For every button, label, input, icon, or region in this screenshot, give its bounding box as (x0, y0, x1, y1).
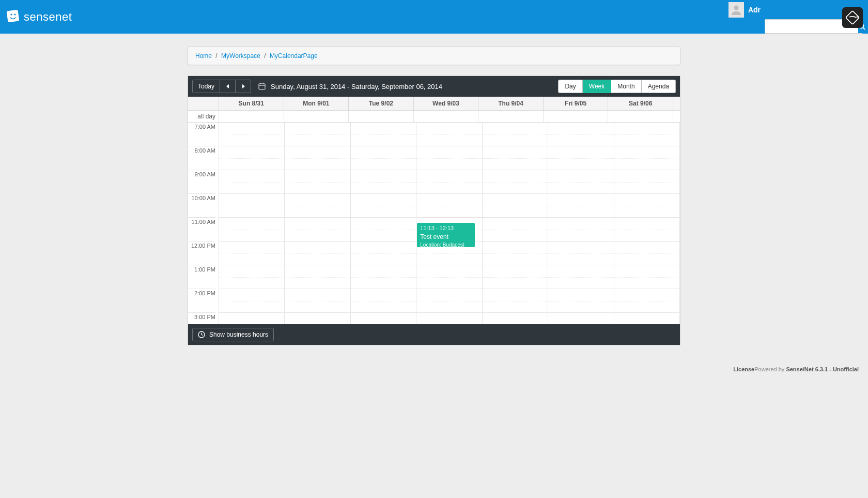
time-cell[interactable] (219, 242, 284, 265)
time-cell[interactable] (483, 170, 548, 194)
time-cell[interactable] (548, 265, 613, 289)
time-cell[interactable] (285, 242, 350, 265)
time-cell[interactable] (351, 194, 416, 218)
calendar-event[interactable]: 11:13 - 12:13Test eventLocation: Budapes… (417, 223, 474, 247)
time-cell[interactable] (416, 194, 482, 218)
avatar[interactable] (729, 2, 744, 18)
breadcrumb-workspace[interactable]: MyWorkspace (221, 52, 260, 59)
corner-badge-icon[interactable] (842, 7, 863, 28)
time-cell[interactable] (614, 242, 679, 265)
day-header[interactable]: Thu 9/04 (478, 97, 544, 110)
time-cell[interactable] (416, 313, 482, 324)
time-cell[interactable] (614, 289, 679, 313)
time-cell[interactable] (614, 265, 679, 289)
time-cell[interactable] (548, 218, 613, 242)
time-cell[interactable] (548, 289, 613, 313)
time-cell[interactable] (219, 123, 284, 146)
breadcrumb-home[interactable]: Home (195, 52, 212, 59)
time-cell[interactable] (351, 170, 416, 194)
day-column[interactable] (285, 123, 350, 324)
time-cell[interactable] (483, 313, 548, 324)
day-header[interactable]: Mon 9/01 (284, 97, 349, 110)
time-cell[interactable] (548, 313, 613, 324)
time-cell[interactable] (219, 194, 284, 218)
time-cell[interactable] (483, 242, 548, 265)
time-cell[interactable] (483, 265, 548, 289)
time-cell[interactable] (351, 146, 416, 170)
day-column[interactable] (351, 123, 416, 324)
time-cell[interactable] (416, 123, 482, 146)
time-cell[interactable] (285, 123, 350, 146)
username-label[interactable]: Adr (748, 6, 761, 14)
time-cell[interactable] (416, 289, 482, 313)
time-cell[interactable] (483, 218, 548, 242)
time-cell[interactable] (548, 194, 613, 218)
time-cell[interactable] (614, 170, 679, 194)
time-cell[interactable] (483, 289, 548, 313)
time-cell[interactable] (219, 146, 284, 170)
time-cell[interactable] (483, 146, 548, 170)
time-cell[interactable] (285, 218, 350, 242)
day-header[interactable]: Sat 9/06 (608, 97, 673, 110)
time-cell[interactable] (548, 242, 613, 265)
time-cell[interactable] (219, 170, 284, 194)
brand-logo[interactable]: sensenet (5, 9, 72, 25)
time-cell[interactable] (548, 146, 613, 170)
time-cell[interactable] (351, 242, 416, 265)
time-cell[interactable] (285, 289, 350, 313)
time-cell[interactable] (285, 265, 350, 289)
prev-button[interactable] (220, 80, 236, 93)
day-header[interactable]: Sun 8/31 (219, 97, 284, 110)
time-cell[interactable] (219, 265, 284, 289)
time-cell[interactable] (285, 194, 350, 218)
allday-cell[interactable] (219, 111, 284, 122)
view-week-button[interactable]: Week (583, 80, 611, 93)
time-cell[interactable] (351, 218, 416, 242)
time-cell[interactable] (548, 170, 613, 194)
day-column[interactable] (219, 123, 285, 324)
allday-cell[interactable] (284, 111, 349, 122)
business-hours-button[interactable]: Show business hours (192, 328, 274, 341)
time-cell[interactable] (548, 123, 613, 146)
time-cell[interactable] (416, 265, 482, 289)
time-cell[interactable] (614, 194, 679, 218)
breadcrumb-calendar[interactable]: MyCalendarPage (270, 52, 318, 59)
time-cell[interactable] (483, 194, 548, 218)
time-cell[interactable] (351, 123, 416, 146)
footer-product[interactable]: Sense/Net 6.3.1 - Unofficial (786, 366, 859, 372)
time-cell[interactable] (416, 170, 482, 194)
allday-cell[interactable] (608, 111, 673, 122)
view-agenda-button[interactable]: Agenda (642, 80, 676, 93)
day-header[interactable]: Tue 9/02 (349, 97, 414, 110)
day-column[interactable] (548, 123, 614, 324)
time-cell[interactable] (416, 146, 482, 170)
day-column[interactable]: 11:13 - 12:13Test eventLocation: Budapes… (416, 123, 482, 324)
time-cell[interactable] (285, 146, 350, 170)
time-cell[interactable] (351, 289, 416, 313)
time-cell[interactable] (614, 218, 679, 242)
time-cell[interactable] (351, 313, 416, 324)
time-cell[interactable] (351, 265, 416, 289)
time-cell[interactable] (285, 313, 350, 324)
footer-license[interactable]: License (733, 366, 754, 372)
allday-cell[interactable] (478, 111, 544, 122)
today-button[interactable]: Today (192, 80, 220, 93)
day-column[interactable] (483, 123, 548, 324)
time-grid-scroll[interactable]: 7:00 AM8:00 AM9:00 AM10:00 AM11:00 AM12:… (188, 123, 680, 324)
day-header[interactable]: Wed 9/03 (414, 97, 479, 110)
allday-cell[interactable] (544, 111, 609, 122)
time-cell[interactable] (483, 123, 548, 146)
allday-cell[interactable] (414, 111, 479, 122)
allday-cell[interactable] (349, 111, 414, 122)
view-month-button[interactable]: Month (611, 80, 641, 93)
time-cell[interactable] (614, 146, 679, 170)
next-button[interactable] (236, 80, 251, 93)
time-cell[interactable] (285, 170, 350, 194)
day-column[interactable] (614, 123, 680, 324)
day-header[interactable]: Fri 9/05 (544, 97, 609, 110)
time-cell[interactable] (219, 313, 284, 324)
time-cell[interactable] (614, 313, 679, 324)
time-cell[interactable] (614, 123, 679, 146)
view-day-button[interactable]: Day (558, 80, 582, 93)
time-cell[interactable] (219, 289, 284, 313)
